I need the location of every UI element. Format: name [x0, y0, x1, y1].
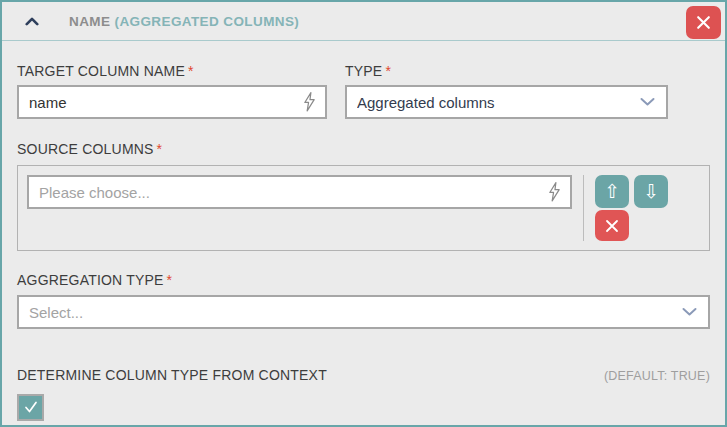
- field-aggregation-type: AGGREGATION TYPE* Select...: [17, 271, 710, 329]
- determine-column-type-header: DETERMINE COLUMN TYPE FROM CONTEXT (DEFA…: [17, 367, 710, 383]
- determine-column-type-label: DETERMINE COLUMN TYPE FROM CONTEXT: [17, 367, 327, 383]
- source-columns-input[interactable]: [29, 177, 570, 207]
- field-determine-column-type: DETERMINE COLUMN TYPE FROM CONTEXT (DEFA…: [17, 367, 710, 421]
- type-label: TYPE*: [345, 63, 668, 79]
- required-asterisk: *: [167, 272, 173, 288]
- down-arrow-icon: ⇩: [643, 182, 659, 201]
- target-column-name-inputbox: [17, 85, 327, 119]
- lightning-bolt-icon[interactable]: [547, 182, 562, 203]
- aggregation-type-label: AGGREGATION TYPE*: [17, 272, 172, 288]
- required-asterisk: *: [385, 63, 391, 79]
- aggregated-columns-panel: NAME (AGGREGATED COLUMNS) TARGET COLUMN …: [0, 0, 727, 427]
- chevron-down-icon: [682, 308, 697, 317]
- target-column-name-label: TARGET COLUMN NAME*: [17, 63, 327, 79]
- aggregation-type-select[interactable]: Select...: [17, 295, 710, 329]
- close-button[interactable]: [686, 6, 721, 39]
- panel-header: NAME (AGGREGATED COLUMNS): [2, 2, 725, 41]
- lightning-bolt-icon[interactable]: [302, 92, 317, 113]
- vertical-divider: [583, 175, 584, 241]
- panel-title-name: NAME: [69, 14, 110, 29]
- source-columns-actions: ⇧ ⇩: [595, 175, 668, 241]
- move-up-button[interactable]: ⇧: [595, 175, 629, 208]
- row-name-type: TARGET COLUMN NAME* TYPE* Aggregated col…: [17, 63, 710, 119]
- field-type: TYPE* Aggregated columns: [345, 63, 668, 119]
- checkmark-icon: [24, 401, 38, 414]
- target-column-name-input[interactable]: [19, 87, 325, 117]
- field-source-columns: SOURCE COLUMNS* ⇧ ⇩: [17, 140, 710, 251]
- type-select[interactable]: Aggregated columns: [345, 85, 668, 119]
- panel-title-type: (AGGREGATED COLUMNS): [115, 14, 300, 29]
- chevron-down-icon: [640, 98, 655, 107]
- source-columns-group: ⇧ ⇩: [17, 165, 710, 251]
- close-icon: [695, 14, 712, 31]
- aggregation-type-placeholder: Select...: [29, 304, 83, 321]
- collapse-chevron-icon[interactable]: [25, 17, 39, 26]
- default-value-note: (DEFAULT: TRUE): [604, 369, 710, 383]
- source-columns-inputbox: [27, 175, 572, 209]
- panel-body: TARGET COLUMN NAME* TYPE* Aggregated col…: [2, 63, 725, 421]
- move-down-button[interactable]: ⇩: [634, 175, 668, 208]
- field-target-column-name: TARGET COLUMN NAME*: [17, 63, 327, 119]
- remove-button[interactable]: [595, 210, 629, 241]
- type-select-value: Aggregated columns: [357, 94, 495, 111]
- up-arrow-icon: ⇧: [604, 182, 620, 201]
- source-columns-label: SOURCE COLUMNS*: [17, 141, 162, 157]
- required-asterisk: *: [188, 63, 194, 79]
- panel-title: NAME (AGGREGATED COLUMNS): [69, 14, 299, 29]
- required-asterisk: *: [157, 141, 163, 157]
- determine-column-type-checkbox[interactable]: [17, 394, 44, 421]
- x-icon: [604, 218, 620, 234]
